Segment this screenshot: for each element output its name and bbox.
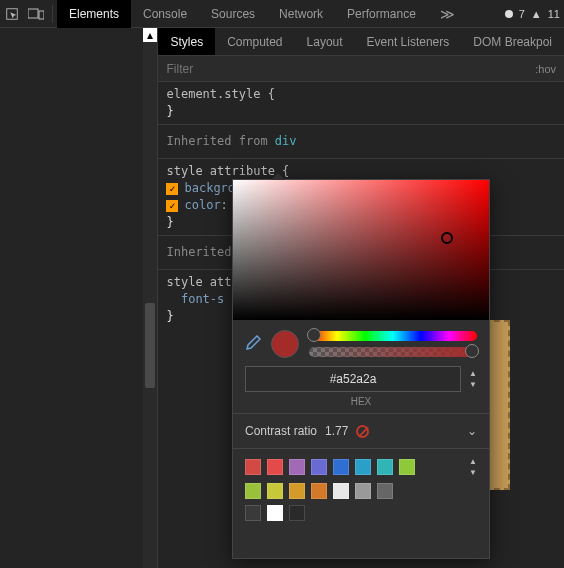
tab-network[interactable]: Network	[267, 0, 335, 28]
error-dot-icon	[505, 10, 513, 18]
subtab-computed[interactable]: Computed	[215, 28, 294, 56]
prop-color-name[interactable]: color	[184, 198, 220, 212]
palette-swatch[interactable]	[333, 459, 349, 475]
svg-rect-1	[28, 9, 38, 18]
contrast-value: 1.77	[325, 424, 348, 438]
tab-performance[interactable]: Performance	[335, 0, 428, 28]
palette-swatch[interactable]	[267, 459, 283, 475]
prop-color-checkbox[interactable]: ✓	[166, 200, 178, 212]
subtab-dom-breakpoints[interactable]: DOM Breakpoi	[461, 28, 564, 56]
prop-bg-checkbox[interactable]: ✓	[166, 183, 178, 195]
palette-swatch[interactable]	[377, 459, 393, 475]
popover-arrow-icon	[271, 173, 285, 180]
palette-swatch[interactable]	[245, 483, 261, 499]
palette-swatch[interactable]	[333, 483, 349, 499]
palette-swatch[interactable]	[311, 459, 327, 475]
palette-swatch[interactable]	[289, 459, 305, 475]
error-count: 7	[519, 8, 525, 20]
close-brace: }	[166, 103, 556, 120]
tab-more[interactable]: ≫	[428, 0, 467, 28]
palette-swatch[interactable]	[311, 483, 327, 499]
warn-icon: ▲	[531, 8, 542, 20]
alpha-thumb[interactable]	[465, 344, 479, 358]
sv-cursor[interactable]	[441, 232, 453, 244]
palette-swatch[interactable]	[377, 483, 393, 499]
inherited-from-label: Inherited from	[166, 134, 274, 148]
inspect-icon[interactable]	[0, 0, 24, 28]
subtab-layout[interactable]: Layout	[295, 28, 355, 56]
palette-swatch[interactable]	[245, 505, 261, 521]
hex-input[interactable]: #a52a2a	[245, 366, 461, 392]
current-color-swatch[interactable]	[271, 330, 299, 358]
saturation-value-area[interactable]	[233, 180, 489, 320]
styles-sub-tabs: Styles Computed Layout Event Listeners D…	[158, 28, 564, 56]
palette-swatch[interactable]	[355, 483, 371, 499]
hue-slider[interactable]	[309, 331, 477, 341]
subtab-styles[interactable]: Styles	[158, 28, 215, 56]
tab-sources[interactable]: Sources	[199, 0, 267, 28]
palette-swatch[interactable]	[289, 483, 305, 499]
palette-page-stepper[interactable]: ▲▼	[469, 457, 477, 477]
palette-swatch[interactable]	[267, 483, 283, 499]
dom-scrollbar[interactable]: ▴	[143, 28, 157, 568]
color-palette: ▲▼	[233, 449, 489, 539]
scroll-thumb[interactable]	[145, 303, 155, 388]
device-mode-icon[interactable]	[24, 0, 48, 28]
hex-label: HEX	[233, 396, 489, 413]
eyedropper-icon[interactable]	[245, 335, 261, 354]
inherited-from-tag[interactable]: div	[275, 134, 297, 148]
alpha-slider[interactable]	[309, 347, 477, 357]
style-attr-short[interactable]: style att	[166, 275, 231, 289]
contrast-fail-icon	[356, 425, 369, 438]
palette-swatch[interactable]	[399, 459, 415, 475]
palette-swatch[interactable]	[245, 459, 261, 475]
warn-count: 11	[548, 8, 560, 20]
element-style-selector[interactable]: element.style {	[166, 87, 274, 101]
main-tab-bar: Elements Console Sources Network Perform…	[57, 0, 467, 28]
hov-toggle[interactable]: :hov	[535, 63, 556, 75]
contrast-expand-icon[interactable]: ⌄	[467, 424, 477, 438]
subtab-event-listeners[interactable]: Event Listeners	[355, 28, 462, 56]
tab-console[interactable]: Console	[131, 0, 199, 28]
palette-swatch[interactable]	[289, 505, 305, 521]
dom-tree-pane[interactable]: ▴	[0, 28, 158, 568]
color-picker-popover: #a52a2a ▲▼ HEX Contrast ratio 1.77 ⌄ ▲▼	[232, 179, 490, 559]
tab-elements[interactable]: Elements	[57, 0, 131, 28]
svg-rect-2	[39, 11, 44, 19]
format-stepper[interactable]: ▲▼	[469, 369, 477, 389]
scroll-up-icon[interactable]: ▴	[143, 28, 157, 42]
prop-font-short[interactable]: font-s	[181, 292, 224, 306]
palette-swatch[interactable]	[355, 459, 371, 475]
palette-swatch[interactable]	[267, 505, 283, 521]
filter-input[interactable]	[166, 62, 535, 76]
hue-thumb[interactable]	[307, 328, 321, 342]
contrast-label: Contrast ratio	[245, 424, 317, 438]
